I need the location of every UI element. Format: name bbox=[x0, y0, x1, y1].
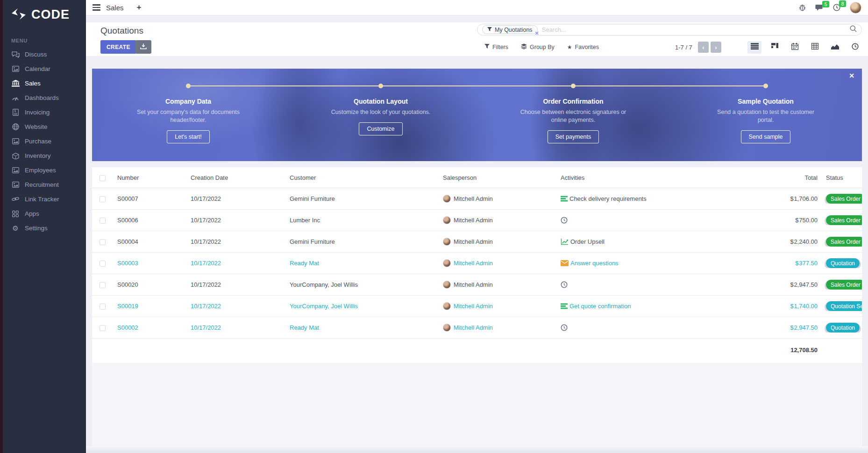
filters-dropdown[interactable]: Filters bbox=[484, 43, 508, 51]
activity-cell[interactable]: Get quote confirmation bbox=[561, 303, 776, 310]
column-header-total[interactable]: Total bbox=[776, 174, 818, 181]
sidebar-item-label: Invoicing bbox=[25, 109, 50, 116]
table-row[interactable]: S0000610/17/2022Lumber IncMitchell Admin… bbox=[92, 210, 862, 231]
export-button[interactable] bbox=[135, 40, 151, 54]
group-by-dropdown[interactable]: Group By bbox=[521, 43, 555, 51]
search-input[interactable] bbox=[542, 26, 850, 33]
chart-icon[interactable] bbox=[561, 239, 569, 245]
tasks-icon[interactable] bbox=[561, 303, 568, 309]
clock-icon[interactable] bbox=[561, 217, 568, 224]
view-switch-kanban[interactable] bbox=[768, 41, 782, 54]
brand-logo-text: CODE bbox=[31, 7, 70, 22]
sidebar-item-settings[interactable]: ⚙Settings bbox=[3, 221, 86, 235]
row-checkbox[interactable] bbox=[100, 218, 106, 224]
column-header-creation-date[interactable]: Creation Date bbox=[191, 174, 290, 181]
current-app-name[interactable]: Sales bbox=[106, 4, 124, 12]
pager: 1-7 / 7 ‹ › bbox=[675, 42, 721, 53]
creation-date: 10/17/2022 bbox=[191, 324, 290, 331]
table-row[interactable]: S0000710/17/2022Gemini FurnitureMitchell… bbox=[92, 188, 862, 210]
row-select-cell[interactable] bbox=[92, 260, 117, 267]
select-all-cell[interactable] bbox=[92, 174, 117, 181]
website-icon bbox=[11, 123, 20, 130]
pager-previous-button[interactable]: ‹ bbox=[698, 42, 709, 53]
activity-label: Order Upsell bbox=[570, 238, 605, 245]
table-row[interactable]: S0000410/17/2022Gemini FurnitureMitchell… bbox=[92, 231, 862, 253]
sidebar-item-sales[interactable]: Sales bbox=[3, 76, 86, 91]
customer-name: Ready Mat bbox=[290, 324, 443, 331]
sidebar-item-discuss[interactable]: Discuss bbox=[3, 47, 86, 62]
sales-icon bbox=[11, 80, 20, 87]
row-select-cell[interactable] bbox=[92, 217, 117, 224]
customize-button[interactable]: Customize bbox=[359, 122, 402, 135]
view-switch-activity[interactable] bbox=[848, 41, 862, 54]
row-select-cell[interactable] bbox=[92, 281, 117, 288]
column-header-number[interactable]: Number bbox=[117, 174, 191, 181]
sidebar-item-invoicing[interactable]: $Invoicing bbox=[3, 105, 86, 120]
activity-cell[interactable]: Answer questions bbox=[561, 260, 776, 267]
column-header-activities[interactable]: Activities bbox=[561, 174, 776, 181]
pager-next-button[interactable]: › bbox=[711, 42, 721, 53]
search-facet-my-quotations[interactable]: My Quotations bbox=[482, 25, 538, 34]
row-select-cell[interactable] bbox=[92, 238, 117, 245]
row-select-cell[interactable] bbox=[92, 195, 117, 202]
view-switch-calendar[interactable] bbox=[788, 41, 802, 54]
set-payments-button[interactable]: Set payments bbox=[548, 130, 599, 143]
row-checkbox[interactable] bbox=[100, 325, 106, 331]
lets-start-button[interactable]: Let's start! bbox=[167, 130, 209, 143]
sidebar-item-link-tracker[interactable]: Link Tracker bbox=[3, 192, 86, 206]
activity-cell[interactable] bbox=[561, 217, 776, 224]
step-description: Send a quotation to test the customer po… bbox=[712, 108, 819, 124]
clock-icon[interactable] bbox=[561, 324, 568, 331]
clock-icon[interactable] bbox=[561, 281, 568, 288]
onboarding-steps: Company Data Set your company's data for… bbox=[92, 69, 862, 161]
column-header-salesperson[interactable]: Salesperson bbox=[443, 174, 561, 181]
table-row[interactable]: S0002010/17/2022YourCompany, Joel Willis… bbox=[92, 274, 862, 296]
user-avatar[interactable] bbox=[850, 2, 861, 14]
envelope-icon[interactable] bbox=[561, 260, 569, 266]
favorites-dropdown[interactable]: ★ Favorites bbox=[567, 43, 599, 51]
table-row[interactable]: S0000310/17/2022Ready MatMitchell AdminA… bbox=[92, 253, 862, 274]
activity-cell[interactable]: Order Upsell bbox=[561, 238, 776, 245]
facet-remove-icon[interactable]: ✕ bbox=[535, 30, 539, 36]
view-switch-list[interactable] bbox=[747, 41, 761, 54]
row-checkbox[interactable] bbox=[100, 261, 106, 267]
activities-clock-icon[interactable]: 8 bbox=[833, 4, 840, 11]
sidebar-item-dashboards[interactable]: Dashboards bbox=[3, 91, 86, 105]
activity-cell[interactable] bbox=[561, 281, 776, 288]
view-switch-graph[interactable] bbox=[828, 41, 842, 54]
row-checkbox[interactable] bbox=[100, 304, 106, 310]
total-amount: $750.00 bbox=[776, 217, 818, 224]
search-bar[interactable]: My Quotations ✕ bbox=[477, 24, 862, 35]
sidebar: CODE MENU DiscussCalendarSalesDashboards… bbox=[3, 0, 86, 453]
sidebar-item-recruitment[interactable]: Recruitment bbox=[3, 177, 86, 192]
table-row[interactable]: S0001910/17/2022YourCompany, Joel Willis… bbox=[92, 296, 862, 317]
view-switch-pivot[interactable] bbox=[808, 41, 822, 54]
messages-icon[interactable]: 5 bbox=[815, 4, 824, 11]
inventory-icon bbox=[11, 153, 20, 159]
row-checkbox[interactable] bbox=[100, 282, 106, 288]
row-select-cell[interactable] bbox=[92, 303, 117, 310]
row-checkbox[interactable] bbox=[100, 196, 106, 202]
select-all-checkbox[interactable] bbox=[100, 175, 106, 181]
debug-bug-icon[interactable] bbox=[799, 4, 806, 11]
send-sample-button[interactable]: Send sample bbox=[741, 130, 791, 143]
sidebar-item-calendar[interactable]: Calendar bbox=[3, 62, 86, 76]
sidebar-item-website[interactable]: Website bbox=[3, 120, 86, 134]
sidebar-item-employees[interactable]: Employees bbox=[3, 163, 86, 177]
column-header-status[interactable]: Status bbox=[818, 174, 862, 181]
sidebar-item-purchase[interactable]: Purchase bbox=[3, 134, 86, 149]
sidebar-item-inventory[interactable]: Inventory bbox=[3, 149, 86, 163]
table-row[interactable]: S0000210/17/2022Ready MatMitchell Admin$… bbox=[92, 317, 862, 339]
create-button[interactable]: CREATE bbox=[100, 40, 136, 54]
row-checkbox[interactable] bbox=[100, 239, 106, 245]
activity-cell[interactable]: Check delivery requirements bbox=[561, 195, 776, 202]
tasks-icon[interactable] bbox=[561, 196, 568, 202]
column-header-customer[interactable]: Customer bbox=[290, 174, 443, 181]
hamburger-menu-icon[interactable] bbox=[92, 4, 100, 11]
activity-cell[interactable] bbox=[561, 324, 776, 331]
sidebar-item-apps[interactable]: Apps bbox=[3, 206, 86, 221]
status-badge: Quotation bbox=[826, 258, 860, 268]
search-icon[interactable] bbox=[850, 25, 857, 34]
row-select-cell[interactable] bbox=[92, 324, 117, 331]
new-tab-icon[interactable]: + bbox=[137, 3, 142, 12]
